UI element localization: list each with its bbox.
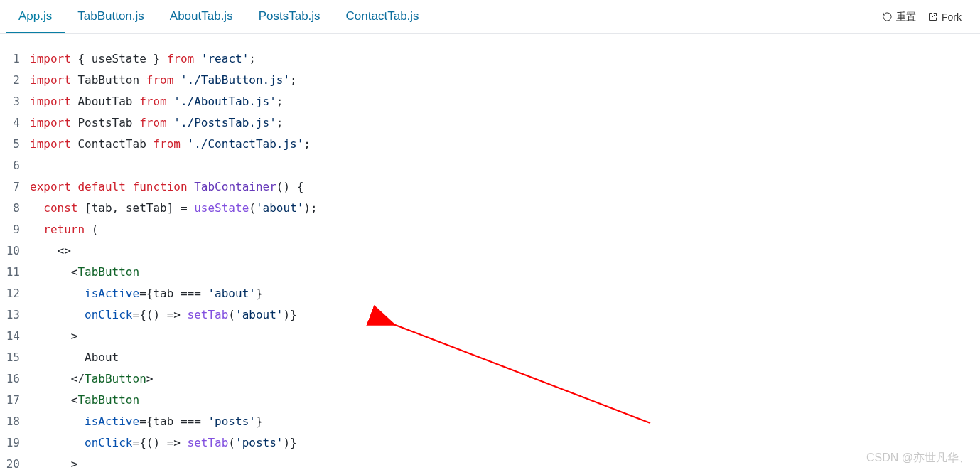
line-number: 2 [0,70,30,91]
code-line[interactable]: 18 isActive={tab === 'posts'} [0,411,490,432]
code-content[interactable]: import { useState } from 'react'; [30,48,256,70]
code-line[interactable]: 4import PostsTab from './PostsTab.js'; [0,112,490,134]
file-tab-poststab-js[interactable]: PostsTab.js [246,1,333,33]
line-number: 14 [0,326,30,347]
code-line[interactable]: 19 onClick={() => setTab('posts')} [0,432,490,454]
file-tab-tabbutton-js[interactable]: TabButton.js [65,1,157,33]
code-content[interactable]: onClick={() => setTab('about')} [30,304,297,326]
code-content[interactable]: export default function TabContainer() { [30,176,303,198]
sandbox-root: App.jsTabButton.jsAboutTab.jsPostsTab.js… [0,0,980,470]
code-content[interactable]: isActive={tab === 'about'} [30,283,263,304]
line-number: 4 [0,112,30,134]
code-line[interactable]: 1import { useState } from 'react'; [0,48,490,70]
code-line[interactable]: 8 const [tab, setTab] = useState('about'… [0,198,490,219]
panes: 1import { useState } from 'react';2impor… [0,34,980,470]
line-number: 3 [0,91,30,112]
line-number: 1 [0,48,30,70]
code-editor[interactable]: 1import { useState } from 'react';2impor… [0,34,490,470]
file-tab-app-js[interactable]: App.js [6,1,65,33]
code-content[interactable]: import ContactTab from './ContactTab.js'… [30,134,311,155]
line-number: 19 [0,432,30,454]
reset-icon [882,11,893,22]
code-line[interactable]: 12 isActive={tab === 'about'} [0,283,490,304]
code-content[interactable]: import AboutTab from './AboutTab.js'; [30,91,283,112]
code-line[interactable]: 9 return ( [0,219,490,240]
code-content[interactable]: <TabButton [30,390,139,411]
fork-button[interactable]: Fork [927,11,962,23]
code-line[interactable]: 15 About [0,347,490,368]
code-line[interactable]: 7export default function TabContainer() … [0,176,490,198]
code-content[interactable]: import PostsTab from './PostsTab.js'; [30,112,283,134]
fork-icon [927,11,938,22]
code-content[interactable]: <TabButton [30,262,139,283]
code-line[interactable]: 6 [0,155,490,176]
line-number: 20 [0,454,30,470]
line-number: 5 [0,134,30,155]
code-line[interactable]: 20 > [0,454,490,470]
code-content[interactable]: onClick={() => setTab('posts')} [30,432,297,454]
line-number: 18 [0,411,30,432]
code-line[interactable]: 13 onClick={() => setTab('about')} [0,304,490,326]
file-tabbar: App.jsTabButton.jsAboutTab.jsPostsTab.js… [0,0,980,34]
sandbox-actions: 重置 Fork [882,11,974,23]
line-number: 8 [0,198,30,219]
code-content[interactable]: return ( [30,219,98,240]
line-number: 17 [0,390,30,411]
code-line[interactable]: 11 <TabButton [0,262,490,283]
preview-pane [490,34,981,470]
reset-button[interactable]: 重置 [882,11,916,23]
line-number: 13 [0,304,30,326]
code-line[interactable]: 2import TabButton from './TabButton.js'; [0,70,490,91]
file-tabs: App.jsTabButton.jsAboutTab.jsPostsTab.js… [6,1,882,33]
line-number: 9 [0,219,30,240]
file-tab-abouttab-js[interactable]: AboutTab.js [157,1,246,33]
code-content[interactable]: About [30,347,119,368]
line-number: 7 [0,176,30,198]
code-content[interactable]: isActive={tab === 'posts'} [30,411,263,432]
code-content[interactable]: import TabButton from './TabButton.js'; [30,70,297,91]
reset-label: 重置 [896,11,916,23]
code-line[interactable]: 10 <> [0,240,490,262]
code-line[interactable]: 17 <TabButton [0,390,490,411]
line-number: 6 [0,155,30,176]
code-content[interactable]: > [30,454,77,470]
code-line[interactable]: 5import ContactTab from './ContactTab.js… [0,134,490,155]
code-line[interactable]: 3import AboutTab from './AboutTab.js'; [0,91,490,112]
code-content[interactable]: > [30,326,77,347]
line-number: 10 [0,240,30,262]
line-number: 11 [0,262,30,283]
code-content[interactable]: const [tab, setTab] = useState('about'); [30,198,318,219]
line-number: 15 [0,347,30,368]
code-line[interactable]: 16 </TabButton> [0,368,490,390]
code-line[interactable]: 14 > [0,326,490,347]
file-tab-contacttab-js[interactable]: ContactTab.js [333,1,432,33]
fork-label: Fork [942,11,962,23]
line-number: 16 [0,368,30,390]
line-number: 12 [0,283,30,304]
code-content[interactable]: <> [30,240,71,262]
code-content[interactable]: </TabButton> [30,368,153,390]
